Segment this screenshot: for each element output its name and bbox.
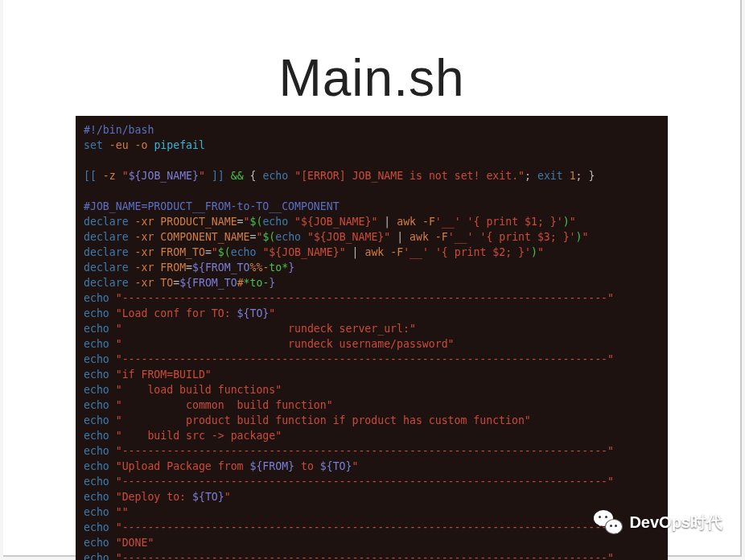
code-token: $( [250,216,263,228]
code-line: #JOB_NAME=PRODUCT__FROM-to-TO__COMPONENT [84,200,340,212]
code-token: -z [103,170,116,182]
code-token: declare [84,261,129,274]
code-token: COMPONENT_NAME [160,231,249,243]
code-token: "---------------------------------------… [116,476,614,488]
code-token: " rundeck server_url:" [116,323,416,335]
code-token: -xr [135,231,154,243]
code-token: echo [84,506,109,518]
wechat-icon [594,510,623,534]
code-token: ${FROM} [249,460,294,472]
code-token: } [589,170,595,182]
code-token: " [244,216,250,228]
code-token: # [237,277,244,289]
code-token: ${TO} [192,491,224,503]
code-token: *to- [244,277,270,289]
code-token: ) [576,231,582,243]
code-token: = [173,277,179,289]
code-token: FROM_TO [205,261,250,274]
code-token: '{ print $3; }' [480,231,575,243]
code-token: echo [262,170,288,182]
code-token: echo [275,231,301,243]
slide-title: Main.sh [3,0,740,116]
code-token: echo [84,491,109,503]
watermark-text: DevOps时代 [629,512,722,533]
code-token: '__' [448,231,474,243]
code-token: " [537,246,544,258]
code-token: " [570,216,576,228]
code-token: ${TO} [320,460,352,472]
code-token: ${ [179,277,192,289]
code-token: ${ [192,261,205,274]
code-token: exit [537,170,563,182]
code-token: echo [84,445,109,457]
code-token: " build src -> package" [116,430,282,442]
code-token: && [231,170,244,182]
code-token: "---------------------------------------… [116,445,614,457]
code-token: -xr [135,277,154,289]
code-token: "Upload Package from [116,460,250,472]
code-token: [[ [84,170,97,182]
code-token: | [352,246,359,258]
code-token: } [288,261,294,274]
code-token: "Load conf for TO: [116,307,237,319]
code-token: -F [435,231,448,243]
code-token: echo [84,292,109,304]
code-token: '__' [403,246,429,258]
code-token: pipefail [154,139,205,151]
code-token: "if FROM=BUILD" [116,369,212,381]
code-token: echo [84,460,109,472]
code-token: -F [390,246,403,258]
code-token: echo [84,430,109,442]
code-token: echo [84,307,109,319]
code-token: awk [410,231,429,243]
code-token: %%- [250,261,270,274]
code-token: declare [84,246,129,258]
code-token: | [384,216,390,228]
code-token: echo [84,537,109,549]
code-token: '{ print $2; }' [435,246,531,258]
code-token: echo [84,323,109,335]
code-token: awk [364,246,384,258]
code-token: $( [262,231,275,243]
code-token: declare [84,231,129,243]
code-token: " rundeck username/password" [116,338,455,350]
code-token: -xr [135,216,154,228]
code-token: echo [84,414,109,426]
code-token: to* [269,261,288,274]
code-token: ) [531,246,537,258]
code-block: #!/bin/bash set -eu -o pipefail [[ -z "$… [76,116,668,560]
code-token: awk [397,216,416,228]
code-token: declare [84,216,129,228]
code-token: ]] [212,170,224,182]
code-token: ${TO} [237,307,270,319]
code-token: " common build function" [116,399,333,411]
code-token: "---------------------------------------… [116,552,614,560]
code-token: -eu -o [109,139,148,151]
code-token: PRODUCT_NAME [160,216,237,228]
code-token: "---------------------------------------… [116,292,614,304]
code-token: declare [84,277,129,289]
code-token: -xr [135,261,154,274]
code-token: " [582,231,589,243]
code-token: " [224,491,231,503]
code-token: "${JOB_NAME}" [307,231,390,243]
code-token: "DONE" [116,537,154,549]
code-token: " product build function if product has … [116,414,531,426]
code-token: $( [218,246,231,258]
code-token: | [397,231,403,243]
slide-frame: Main.sh #!/bin/bash set -eu -o pipefail … [3,0,742,557]
code-token: echo [84,552,109,560]
code-token: echo [262,216,288,228]
code-token: "---------------------------------------… [116,353,614,365]
code-token: echo [84,384,109,396]
code-token: = [237,216,244,228]
code-token: " [352,460,359,472]
code-token: { [250,170,257,182]
code-token: " [199,170,205,182]
code-token: echo [231,246,257,258]
code-token: FROM_TO [160,246,205,258]
code-token: echo [84,521,109,533]
code-token: " [122,170,129,182]
watermark: DevOps时代 [594,510,722,534]
code-token: TO [160,277,173,289]
